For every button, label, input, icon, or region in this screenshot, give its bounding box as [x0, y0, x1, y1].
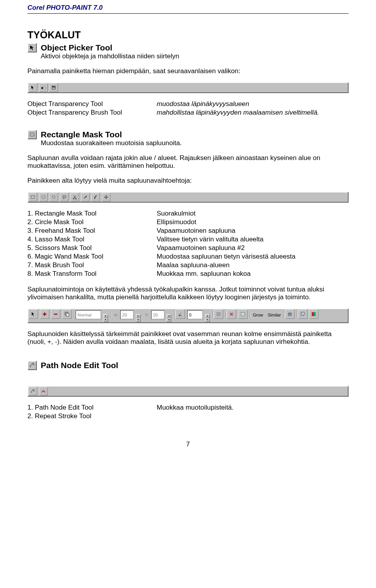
transparency-icon — [39, 83, 48, 92]
transparency-table: Object Transparency Tool muodostaa läpin… — [27, 100, 349, 117]
mask-brush-icon — [91, 193, 100, 201]
mode-arrow-icon[interactable] — [29, 309, 38, 319]
svg-rect-9 — [31, 196, 35, 199]
table-row: Object Transparency Brush Tool mahdollis… — [27, 109, 349, 117]
row-right: mahdollistaa läpinäkyvyyden maalaamisen … — [157, 109, 349, 117]
rectangle-mask-title: Rectangle Mask Tool — [41, 130, 182, 139]
spinner-icon[interactable]: ▴▾ — [103, 314, 108, 322]
svg-rect-6 — [53, 87, 54, 88]
svg-rect-14 — [54, 314, 57, 315]
mask-transform-icon — [102, 193, 110, 201]
page-number: 7 — [27, 441, 349, 448]
freehand-mask-icon — [49, 193, 58, 201]
mode-combo[interactable]: Normal — [76, 310, 101, 319]
row-right: muodostaa läpinäkyvyysalueen — [157, 100, 349, 109]
object-picker-desc: Aktivoi objekteja ja mahdollistaa niiden… — [41, 52, 179, 60]
v-label: V — [143, 311, 149, 317]
circle-mask-icon — [39, 193, 48, 201]
magic-wand-icon — [81, 193, 90, 201]
sapluuna-paragraph-3: Sapluunatoimintoja on käytettävä yhdessä… — [27, 286, 349, 301]
sapluuna-paragraph-4: Sapluunoiden käsittelyssä tärkeimmät pai… — [27, 330, 349, 346]
svg-rect-26 — [314, 312, 316, 316]
list-item: 2. Repeat Stroke Tool — [27, 412, 349, 421]
spinner-icon[interactable]: ▴▾ — [136, 314, 141, 322]
h-label: H — [112, 311, 118, 317]
color-swatch-icon[interactable] — [309, 309, 318, 319]
list-item: 5. Scissors Mask ToolVapaamuotoinen sapl… — [27, 244, 349, 253]
svg-rect-2 — [43, 87, 44, 89]
path-tools-list: 1. Path Node Edit ToolMuokkaa muotoilupi… — [27, 404, 349, 421]
mask-tools-list: 1. Rectangle Mask ToolSuorakulmiot 2. Ci… — [27, 210, 349, 279]
mask-tools-flyout — [27, 192, 349, 203]
document-header: Corel PHOTO-PAINT 7.0 — [27, 4, 349, 12]
section-tyokalut-title: TYÖKALUT — [27, 29, 349, 41]
list-item: 1. Rectangle Mask ToolSuorakulmiot — [27, 210, 349, 218]
sapluuna-paragraph-2: Painikkeen alta löytyy vielä muita saplu… — [27, 177, 349, 185]
rect-mask-icon — [29, 193, 37, 201]
similar-button[interactable]: Similar — [266, 311, 282, 317]
svg-rect-5 — [54, 86, 54, 87]
angle-value[interactable]: 0 — [187, 310, 203, 319]
list-item: 3. Freehand Mask ToolVapaamuotoinen sapl… — [27, 227, 349, 236]
row-left: Object Transparency Brush Tool — [27, 109, 157, 117]
grow-button[interactable]: Grow — [251, 311, 264, 317]
h-value[interactable]: 20 — [120, 310, 134, 319]
svg-rect-25 — [312, 312, 314, 316]
path-node-edit-icon — [27, 361, 37, 370]
repeat-stroke-icon — [39, 387, 48, 396]
create-object-icon[interactable] — [298, 309, 307, 319]
svg-rect-1 — [42, 87, 43, 89]
list-item: 2. Circle Mask ToolEllipsimuodot — [27, 218, 349, 227]
svg-rect-8 — [30, 133, 34, 136]
transparency-brush-icon — [49, 83, 58, 92]
path-node-edit-icon — [29, 387, 37, 396]
object-picker-title: Object Picker Tool — [41, 43, 179, 52]
list-item: 8. Mask Transform ToolMuokkaa mm. sapluu… — [27, 270, 349, 279]
mode-minus-icon[interactable] — [51, 309, 60, 319]
path-tools-flyout — [27, 386, 349, 397]
rectangle-mask-icon — [27, 130, 37, 139]
svg-rect-7 — [54, 87, 55, 88]
mask-all-icon[interactable] — [238, 309, 248, 319]
feather-icon[interactable] — [214, 309, 223, 319]
spinner-icon[interactable]: ▴▾ — [205, 314, 210, 322]
svg-rect-18 — [218, 313, 219, 315]
mask-property-bar: Normal ▴▾ H 20 ▴▾ V 20 ▴▾ 0 ▴▾ Grow Simi… — [27, 308, 349, 323]
svg-rect-20 — [241, 313, 244, 316]
remove-mask-icon[interactable] — [227, 309, 236, 319]
mode-xor-icon[interactable] — [62, 309, 72, 319]
float-mask-icon[interactable] — [285, 309, 295, 319]
header-rule — [27, 13, 349, 14]
svg-point-10 — [42, 196, 45, 199]
svg-point-11 — [63, 196, 66, 198]
row-left: Object Transparency Tool — [27, 100, 157, 109]
list-item: 6. Magic Wand Mask ToolMuodostaa sapluun… — [27, 253, 349, 261]
mode-plus-icon[interactable] — [40, 309, 49, 319]
spinner-icon[interactable]: ▴▾ — [166, 314, 171, 322]
svg-rect-16 — [66, 313, 69, 316]
v-value[interactable]: 20 — [151, 310, 164, 319]
list-item: 4. Lasso Mask ToolValitsee tietyn värin … — [27, 236, 349, 244]
svg-rect-4 — [52, 86, 53, 87]
press-longer-text: Painamalla painiketta hieman pidempään, … — [27, 67, 349, 75]
lasso-mask-icon — [60, 193, 69, 201]
scissors-mask-icon — [70, 193, 79, 201]
sapluuna-paragraph-1: Sapluunan avulla voidaan rajata jokin al… — [27, 154, 349, 170]
angle-icon — [175, 309, 185, 319]
arrow-icon — [29, 83, 37, 92]
rectangle-mask-desc: Muodostaa suorakaiteen muotoisia sapluun… — [41, 139, 182, 147]
list-item: 1. Path Node Edit ToolMuokkaa muotoilupi… — [27, 404, 349, 412]
svg-rect-24 — [302, 312, 304, 315]
table-row: Object Transparency Tool muodostaa läpin… — [27, 100, 349, 109]
object-picker-icon — [27, 43, 37, 52]
list-item: 7. Mask Brush ToolMaalaa sapluuna-alueen — [27, 261, 349, 270]
path-node-title: Path Node Edit Tool — [41, 361, 118, 370]
object-picker-flyout — [27, 82, 349, 93]
